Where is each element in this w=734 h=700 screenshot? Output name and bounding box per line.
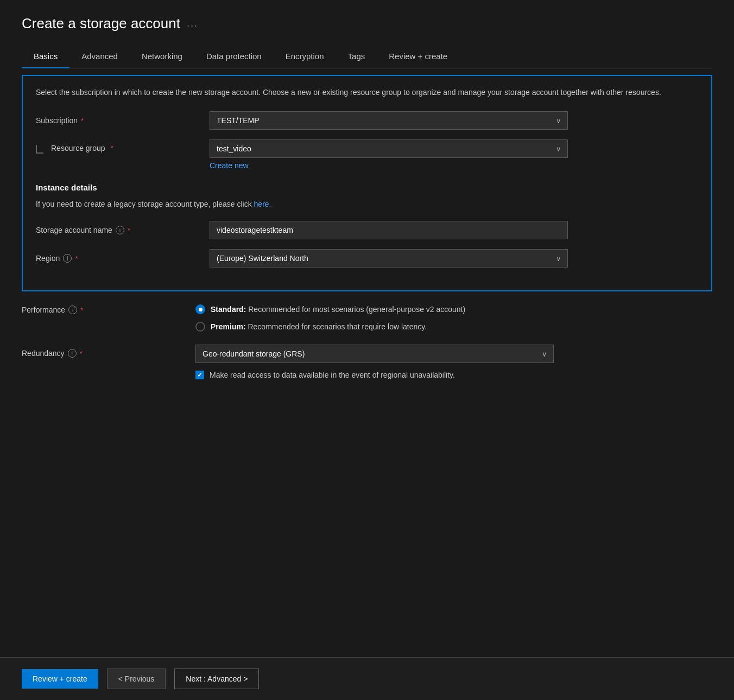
redundancy-row: Redundancy i * Geo-redundant storage (GR… [22,345,712,379]
review-create-button[interactable]: Review + create [22,669,98,689]
previous-button[interactable]: < Previous [107,669,166,689]
region-label: Region i * [36,254,210,263]
performance-standard-radio[interactable] [195,304,205,314]
create-new-link[interactable]: Create new [210,161,249,170]
redundancy-checkbox[interactable] [195,371,204,379]
tab-networking[interactable]: Networking [130,45,194,68]
redundancy-checkbox-label: Make read access to data available in th… [210,371,455,379]
performance-info-icon: i [68,306,77,314]
redundancy-info-icon: i [68,349,77,358]
redundancy-required: * [80,349,83,358]
tab-encryption[interactable]: Encryption [274,45,336,68]
page-title: Create a storage account [22,15,180,32]
info-section: Select the subscription in which to crea… [22,75,712,291]
tab-advanced[interactable]: Advanced [69,45,130,68]
subscription-select[interactable]: TEST/TEMP [210,111,568,130]
subscription-required: * [81,117,84,125]
redundancy-checkbox-row: Make read access to data available in th… [195,371,554,379]
tab-basics[interactable]: Basics [22,45,69,68]
resource-group-required: * [111,144,113,152]
performance-premium-label: Premium: Recommended for scenarios that … [211,322,427,331]
subscription-label: Subscription * [36,116,210,125]
tab-tags[interactable]: Tags [336,45,377,68]
redundancy-label: Redundancy i * [22,345,195,358]
tab-review-create[interactable]: Review + create [377,45,459,68]
redundancy-select[interactable]: Geo-redundant storage (GRS) [195,345,554,363]
resource-group-row: Resource group * test_video Create new [36,139,698,170]
storage-account-name-control [210,221,568,239]
redundancy-control: Geo-redundant storage (GRS) Make read ac… [195,345,554,379]
legacy-link[interactable]: here. [254,200,271,208]
subscription-control: TEST/TEMP [210,111,568,130]
subscription-row: Subscription * TEST/TEMP [36,111,698,130]
resource-group-select[interactable]: test_video [210,139,568,158]
info-description: Select the subscription in which to crea… [36,87,698,98]
performance-standard-label: Standard: Recommended for most scenarios… [211,305,465,314]
performance-options: Standard: Recommended for most scenarios… [195,304,554,332]
resource-group-control: test_video Create new [210,139,568,170]
storage-name-info-icon: i [116,226,124,234]
performance-label: Performance i * [22,304,195,314]
performance-premium-option[interactable]: Premium: Recommended for scenarios that … [195,322,554,332]
region-select[interactable]: (Europe) Switzerland North [210,249,568,268]
tab-bar: Basics Advanced Networking Data protecti… [22,45,712,68]
storage-name-required: * [128,226,130,234]
region-row: Region i * (Europe) Switzerland North [36,249,698,268]
performance-row: Performance i * Standard: Recommended fo… [22,304,712,332]
region-required: * [75,254,78,263]
storage-account-name-input[interactable] [210,221,568,239]
region-info-icon: i [63,254,72,263]
instance-details-heading: Instance details [36,183,698,192]
performance-required: * [80,306,83,314]
resource-group-label-area: Resource group * [36,139,210,154]
performance-premium-radio[interactable] [195,322,205,332]
region-control: (Europe) Switzerland North [210,249,568,268]
storage-account-name-label: Storage account name i * [36,226,210,234]
legacy-text: If you need to create a legacy storage a… [36,199,698,210]
tab-data-protection[interactable]: Data protection [194,45,274,68]
page-title-ellipsis: ... [187,18,198,29]
bottom-bar: Review + create < Previous Next : Advanc… [0,657,734,700]
performance-standard-option[interactable]: Standard: Recommended for most scenarios… [195,304,554,314]
resource-group-label: Resource group [51,144,105,152]
storage-account-name-row: Storage account name i * [36,221,698,239]
next-button[interactable]: Next : Advanced > [174,669,259,689]
